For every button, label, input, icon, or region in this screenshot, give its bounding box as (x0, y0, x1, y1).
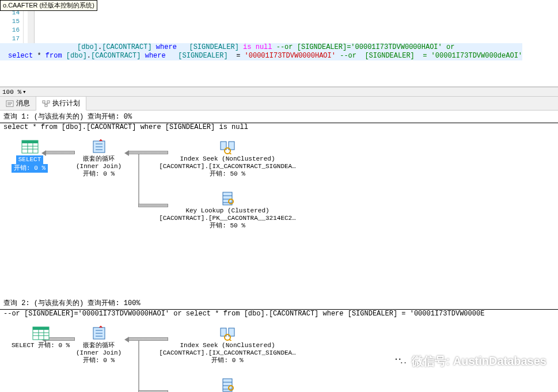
svg-rect-26 (33, 327, 49, 330)
lookup-label: Key Lookup (Clustered) (155, 207, 299, 215)
svg-point-44 (398, 358, 400, 359)
seek-object: [CACONTRACT].[IX_CACONTRACT_SIGNDEA… (155, 349, 299, 357)
plan-node-key-lookup[interactable]: Key Lookup (Clustered) [CACONTRACT].[PK_… (155, 378, 299, 392)
svg-point-46 (404, 362, 405, 363)
plan-icon (42, 100, 50, 107)
key-lookup-icon (218, 378, 237, 392)
svg-rect-4 (43, 101, 45, 103)
loop-label: 嵌套的循环 (76, 155, 122, 163)
tab-execution-plan[interactable]: 执行计划 (36, 97, 86, 111)
index-seek-icon (218, 326, 237, 341)
select-label: SELECT (12, 342, 35, 349)
svg-rect-6 (45, 104, 47, 106)
svg-rect-20 (223, 192, 232, 205)
seek-cost: 开销: 0 % (155, 357, 299, 364)
svg-point-34 (225, 334, 230, 340)
nested-loop-icon (90, 326, 108, 341)
sql-editor[interactable]: o.CAAFTER (经版本控制的系统) 1314151617 [dbo].[C… (0, 0, 558, 87)
query2-header: 查询 2: (与该批有关的) 查询开销: 100% (0, 297, 558, 310)
seek-label: Index Seek (NonClustered) (155, 342, 299, 349)
svg-point-42 (398, 359, 408, 366)
hover-tooltip: o.CAAFTER (经版本控制的系统) (0, 0, 97, 11)
seek-label: Index Seek (NonClustered) (155, 155, 299, 163)
select-label: SELECT (16, 155, 44, 164)
query1-header: 查询 1: (与该批有关的) 查询开销: 0% (0, 111, 558, 123)
arrow-icon (124, 337, 129, 342)
svg-rect-36 (223, 379, 232, 391)
arrow-icon (124, 150, 129, 156)
plan-node-nested-loop[interactable]: 嵌套的循环 (Inner Join) 开销: 0 % (76, 326, 122, 364)
watermark-text: 微信号: AustinDatabases (412, 353, 547, 369)
svg-point-18 (225, 148, 230, 154)
tab-plan-label: 执行计划 (52, 98, 80, 108)
results-tabs: 消息 执行计划 (0, 97, 558, 111)
execution-plan-pane[interactable]: 查询 1: (与该批有关的) 查询开销: 0% select * from [d… (0, 111, 558, 392)
plan-node-select[interactable]: SELECT 开销: 0 % (12, 326, 70, 349)
nested-loop-icon (90, 139, 108, 154)
wechat-icon (392, 355, 408, 368)
seek-object: [CACONTRACT].[IX_CACONTRACT_SIGNDEA… (155, 163, 299, 170)
svg-point-43 (395, 358, 396, 359)
loop-type: (Inner Join) (76, 163, 122, 170)
select-cost: 开销: 0 % (38, 342, 70, 349)
plan-node-index-seek[interactable]: Index Seek (NonClustered) [CACONTRACT].[… (155, 326, 299, 364)
loop-cost: 开销: 0 % (76, 170, 122, 178)
tab-messages[interactable]: 消息 (0, 97, 36, 110)
lookup-cost: 开销: 50 % (155, 222, 299, 230)
lookup-object: [CACONTRACT].[PK__CACONTRA__3214EC2… (155, 215, 299, 222)
select-icon (32, 326, 50, 341)
zoom-dropdown-icon[interactable]: ▾ (22, 88, 26, 96)
editor-zoom-bar: 100 % ▾ (0, 87, 558, 97)
key-lookup-icon (218, 191, 237, 206)
plan-connector (138, 341, 139, 392)
zoom-level[interactable]: 100 % (2, 89, 21, 96)
plan-connector (45, 151, 75, 154)
code-body[interactable]: [dbo].[CACONTRACT] where [SIGNDEALER] is… (0, 43, 522, 86)
svg-line-35 (230, 340, 233, 341)
query1-plan[interactable]: SELECT 开销: 0 % 嵌套的循环 (Inner Join) 开销: 0 … (0, 136, 558, 251)
tab-messages-label: 消息 (16, 98, 30, 108)
select-cost: 开销: 0 % (12, 164, 48, 173)
index-seek-icon (218, 139, 237, 154)
loop-type: (Inner Join) (76, 349, 122, 357)
watermark: 微信号: AustinDatabases (392, 353, 547, 369)
select-icon (21, 139, 39, 154)
plan-connector (138, 154, 139, 206)
query1-sql: select * from [dbo].[CACONTRACT] where [… (0, 123, 558, 132)
svg-line-19 (230, 153, 233, 154)
svg-point-45 (401, 362, 402, 363)
plan-node-nested-loop[interactable]: 嵌套的循环 (Inner Join) 开销: 0 % (76, 139, 122, 178)
loop-cost: 开销: 0 % (76, 357, 122, 364)
svg-rect-10 (22, 140, 38, 143)
query2-sql: --or [SIGNDEALER]='00001I73TDVW0000HAOI'… (0, 310, 558, 319)
plan-node-key-lookup[interactable]: Key Lookup (Clustered) [CACONTRACT].[PK_… (155, 191, 299, 230)
plan-node-index-seek[interactable]: Index Seek (NonClustered) [CACONTRACT].[… (155, 139, 299, 178)
plan-node-select[interactable]: SELECT 开销: 0 % (12, 139, 48, 173)
svg-rect-5 (47, 101, 50, 103)
seek-cost: 开销: 50 % (155, 170, 299, 178)
messages-icon (6, 100, 14, 107)
loop-label: 嵌套的循环 (76, 342, 122, 349)
